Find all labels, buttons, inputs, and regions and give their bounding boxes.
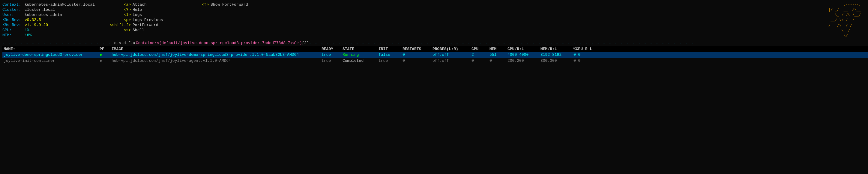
dot-gray-icon: ● bbox=[100, 58, 102, 63]
k8srev-row: K8s Rev: v1.19.9-20 bbox=[2, 23, 95, 27]
shortcut-label-attach: Attach bbox=[132, 2, 147, 7]
k9srev-row: K9s Rev: v0.32.5 bbox=[2, 18, 95, 22]
k9srev-value: v0.32.5 bbox=[25, 18, 41, 22]
col-header-name: NAME↑ bbox=[4, 47, 100, 51]
k8srev-value: v1.19.9-20 bbox=[25, 23, 48, 27]
col-header-init: INIT bbox=[378, 47, 403, 51]
shortcuts-col2: <f> Show PortForward bbox=[185, 2, 251, 37]
row1-name: joylive-demo-springcloud3-provider bbox=[4, 53, 100, 57]
cluster-label: Cluster: bbox=[2, 7, 23, 12]
row1-mem: 551 bbox=[490, 53, 507, 57]
row2-init: true bbox=[378, 58, 403, 63]
row2-probes: off:off bbox=[433, 58, 471, 63]
row1-mem-rl: 8192:8192 bbox=[540, 53, 574, 57]
shortcut-key-portforward: <shift-f> bbox=[107, 23, 131, 27]
shortcut-logs-prev: <p> Logs Previous bbox=[107, 18, 167, 22]
row1-state: Running bbox=[343, 53, 378, 57]
breadcrumb-highlight: Containers(default/joylive-demo-springcl… bbox=[136, 41, 302, 45]
shortcut-label-help: Help bbox=[132, 7, 142, 12]
shortcut-key-help: <?> bbox=[107, 7, 131, 12]
row2-pcpu: 0 0 bbox=[574, 58, 597, 63]
cpu-row: CPU: 1% bbox=[2, 28, 95, 32]
row2-pf: ● bbox=[100, 58, 112, 63]
empty-space bbox=[2, 64, 868, 124]
row2-mem: 0 bbox=[490, 58, 507, 63]
context-row: Context: kubernetes-admin@cluster.local bbox=[2, 2, 95, 7]
breadcrumb-bar: - - - - - - - - - - - - - - - - - - - o-… bbox=[2, 40, 868, 46]
table-row[interactable]: joylive-demo-springcloud3-provider ● hub… bbox=[2, 52, 868, 58]
row2-restarts: 0 bbox=[403, 58, 433, 63]
shortcut-logs: <l> Logs bbox=[107, 12, 167, 17]
shortcut-key-logs: <l> bbox=[107, 12, 131, 17]
dot-green-icon: ● bbox=[100, 53, 102, 57]
col-header-state: STATE bbox=[343, 47, 378, 51]
shortcut-key-shell: <s> bbox=[107, 28, 131, 32]
shortcut-label-show-pf: Show PortForward bbox=[211, 2, 248, 7]
row1-init: false bbox=[378, 53, 403, 57]
table-row[interactable]: joylive-init-container ● hub-vpc.jdcloud… bbox=[2, 58, 868, 64]
row2-image: hub-vpc.jdcloud.com/jmsf/joylive-agent:v… bbox=[112, 58, 321, 63]
mem-label: MEM: bbox=[2, 33, 23, 37]
cluster-value: cluster.local bbox=[25, 7, 55, 12]
col-header-image: IMAGE bbox=[112, 47, 321, 51]
breadcrumb-dashes-left: - - - - - - - - - - - - - - - - - - - bbox=[2, 41, 111, 45]
row1-pcpu: 0 0 bbox=[574, 53, 597, 57]
shortcut-portforward: <shift-f> PortForward bbox=[107, 23, 167, 27]
shortcut-label-shell: Shell bbox=[132, 28, 144, 32]
shortcut-show-portforward: <f> Show PortForward bbox=[185, 2, 251, 7]
context-label: Context: bbox=[2, 2, 23, 7]
shortcut-help: <?> Help bbox=[107, 7, 167, 12]
col-header-mem-rl: MEM/R:L bbox=[540, 47, 574, 51]
shortcut-label-logs-prev: Logs Previous bbox=[132, 18, 163, 22]
shortcut-attach: <a> Attach bbox=[107, 2, 167, 7]
row1-restarts: 0 bbox=[403, 53, 433, 57]
shortcut-label-portforward: PortForward bbox=[132, 23, 158, 27]
k9s-logo: _ __ .------. |/ _/ __ /\__ \_ / /\ /__/… bbox=[822, 2, 861, 39]
row2-mem-rl: 300:300 bbox=[540, 58, 574, 63]
col-header-cpu-rl: CPU/R:L bbox=[507, 47, 540, 51]
cluster-row: Cluster: cluster.local bbox=[2, 7, 95, 12]
col-header-probes: PROBES(L:R) bbox=[433, 47, 471, 51]
shortcut-label-logs: Logs bbox=[132, 12, 142, 17]
row2-cpu-rl: 200:200 bbox=[507, 58, 540, 63]
main-screen: Context: kubernetes-admin@cluster.local … bbox=[0, 0, 868, 174]
row1-pf: ● bbox=[100, 53, 112, 57]
mem-row: MEM: 18% bbox=[2, 33, 95, 37]
row1-cpu-rl: 4000:4000 bbox=[507, 53, 540, 57]
row2-cpu: 0 bbox=[471, 58, 490, 63]
shortcut-key-logs-prev: <p> bbox=[107, 18, 131, 22]
context-value: kubernetes-admin@cluster.local bbox=[25, 2, 95, 7]
row1-image: hub-vpc.jdcloud.com/jmsf/joylive-demo-sp… bbox=[112, 53, 321, 57]
breadcrumb-dashes-right: - - - - - - - - - - - - - - - - - - - - … bbox=[309, 41, 694, 45]
info-column: Context: kubernetes-admin@cluster.local … bbox=[2, 2, 95, 37]
row1-ready: true bbox=[321, 53, 343, 57]
user-label: User: bbox=[2, 12, 23, 17]
shortcut-shell: <s> Shell bbox=[107, 28, 167, 32]
shortcut-key-show-pf: <f> bbox=[185, 2, 209, 7]
breadcrumb-count: [2] bbox=[302, 41, 309, 45]
shortcut-key-attach: <a> bbox=[107, 2, 131, 7]
user-value: kubernetes-admin bbox=[25, 12, 62, 17]
row2-state: Completed bbox=[343, 58, 378, 63]
col-header-pcpu: %CPU R L bbox=[574, 47, 597, 51]
k9srev-label: K9s Rev: bbox=[2, 18, 23, 22]
col-header-cpu: CPU bbox=[471, 47, 490, 51]
breadcrumb-nav: o-s-d-f-u bbox=[112, 41, 135, 45]
col-header-pf: PF bbox=[100, 47, 112, 51]
table-header: NAME↑ PF IMAGE READY STATE INIT RESTARTS… bbox=[2, 46, 868, 52]
row2-name: joylive-init-container bbox=[4, 58, 100, 63]
k8srev-label: K8s Rev: bbox=[2, 23, 23, 27]
cpu-value: 1% bbox=[25, 28, 29, 32]
table-section: NAME↑ PF IMAGE READY STATE INIT RESTARTS… bbox=[2, 46, 868, 64]
shortcuts-col1: <a> Attach <?> Help <l> Logs <p> Logs Pr… bbox=[107, 2, 167, 37]
row1-cpu: 2 bbox=[471, 53, 490, 57]
col-header-ready: READY bbox=[321, 47, 343, 51]
row2-ready: true bbox=[321, 58, 343, 63]
row1-probes: off:off bbox=[433, 53, 471, 57]
col-header-mem: MEM bbox=[490, 47, 507, 51]
top-section: Context: kubernetes-admin@cluster.local … bbox=[2, 2, 868, 37]
col-header-restarts: RESTARTS bbox=[403, 47, 433, 51]
mem-value: 18% bbox=[25, 33, 31, 37]
cpu-label: CPU: bbox=[2, 28, 23, 32]
user-row: User: kubernetes-admin bbox=[2, 12, 95, 17]
